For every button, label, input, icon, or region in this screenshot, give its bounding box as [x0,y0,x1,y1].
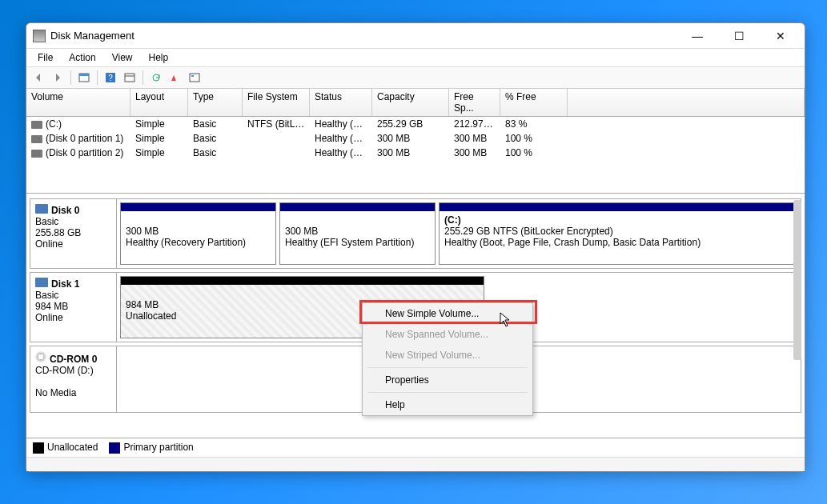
toolbar: ? [26,66,805,89]
show-hide-icon[interactable] [75,70,93,86]
col-type[interactable]: Type [188,89,243,116]
partition-recovery[interactable]: 300 MB Healthy (Recovery Partition) [120,202,276,265]
volume-grid[interactable]: (C:) Simple Basic NTFS (BitLo... Healthy… [26,117,805,194]
disk-icon [35,278,48,287]
menu-new-simple-volume[interactable]: New Simple Volume... [363,303,532,324]
partition-c-drive[interactable]: (C:) 255.29 GB NTFS (BitLocker Encrypted… [439,202,797,265]
disk-info[interactable]: CD-ROM 0 CD-ROM (D:) No Media [30,346,117,412]
menu-file[interactable]: File [30,50,61,65]
svg-rect-4 [125,74,134,82]
minimize-button[interactable]: — [680,25,715,47]
help-icon[interactable]: ? [102,70,119,86]
properties-icon[interactable] [121,70,139,86]
svg-rect-7 [190,74,199,82]
col-layout[interactable]: Layout [130,89,188,116]
scrollbar-thumb[interactable] [793,200,801,360]
menu-view[interactable]: View [104,50,141,65]
partition-efi[interactable]: 300 MB Healthy (EFI System Partition) [279,202,436,265]
table-row[interactable]: (Disk 0 partition 2) Simple Basic Health… [26,146,805,160]
disk-info[interactable]: Disk 0 Basic 255.88 GB Online [30,199,117,268]
back-icon[interactable] [30,70,47,86]
table-row[interactable]: (Disk 0 partition 1) Simple Basic Health… [26,131,805,146]
menu-help[interactable]: Help [141,50,177,65]
menu-action[interactable]: Action [61,50,103,65]
col-volume[interactable]: Volume [26,89,130,116]
context-menu: New Simple Volume... New Spanned Volume.… [362,302,533,416]
settings-icon[interactable] [186,70,203,86]
col-status[interactable]: Status [310,89,372,116]
col-free[interactable]: Free Sp... [449,89,500,116]
volume-grid-header: Volume Layout Type File System Status Ca… [26,89,805,117]
window-title: Disk Management [50,30,680,42]
menu-properties[interactable]: Properties [363,370,532,390]
disk-icon [35,204,48,214]
menu-help[interactable]: Help [363,394,532,415]
svg-rect-1 [79,74,89,76]
drive-icon [31,121,42,129]
maximize-button[interactable]: ☐ [721,25,757,47]
table-row[interactable]: (C:) Simple Basic NTFS (BitLo... Healthy… [26,117,805,131]
drive-icon [31,135,42,143]
titlebar[interactable]: Disk Management — ☐ ✕ [26,23,805,49]
legend: Unallocated Primary partition [26,438,805,457]
forward-icon[interactable] [49,70,66,86]
statusbar [26,457,805,471]
disk-row-0: Disk 0 Basic 255.88 GB Online 300 MB Hea… [30,198,801,269]
refresh-icon[interactable] [147,70,165,86]
drive-icon [31,150,42,158]
close-button[interactable]: ✕ [763,25,798,47]
svg-rect-8 [191,75,194,77]
menubar: File Action View Help [26,49,805,66]
col-filesystem[interactable]: File System [243,89,310,116]
disk-info[interactable]: Disk 1 Basic 984 MB Online [30,273,117,342]
svg-text:?: ? [108,74,113,82]
menu-new-striped-volume: New Striped Volume... [363,345,532,366]
col-pct-free[interactable]: % Free [500,89,568,116]
col-capacity[interactable]: Capacity [372,89,449,116]
action-icon[interactable] [167,70,184,86]
menu-new-spanned-volume: New Spanned Volume... [363,324,532,345]
app-icon [33,30,46,42]
cdrom-icon [35,351,46,362]
